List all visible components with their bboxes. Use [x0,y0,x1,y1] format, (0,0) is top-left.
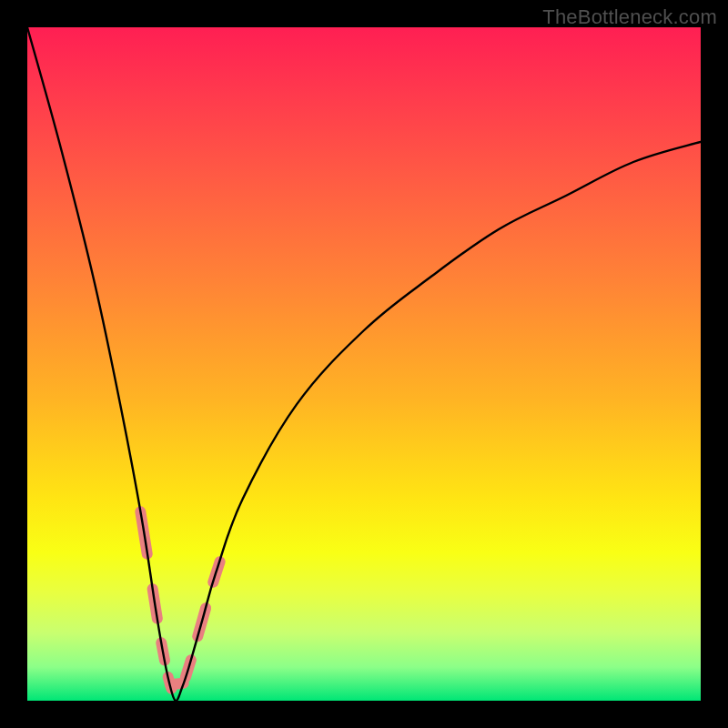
curve-layer [27,27,701,701]
highlight-seg-trough [170,683,184,684]
bottleneck-curve [27,27,701,701]
plot-area [27,27,701,701]
frame: TheBottleneck.com [0,0,728,728]
watermark-text: TheBottleneck.com [542,5,717,29]
chart-svg [27,27,701,701]
